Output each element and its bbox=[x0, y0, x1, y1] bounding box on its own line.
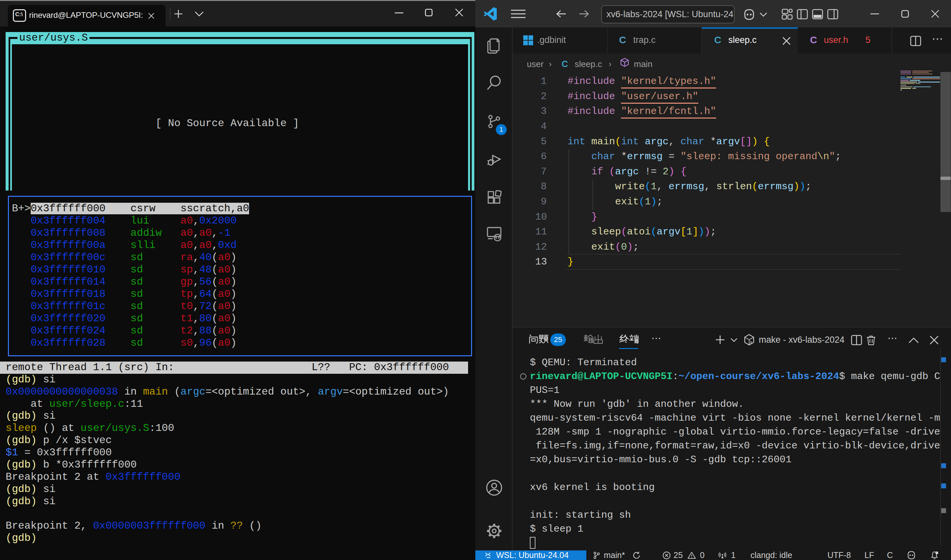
svg-text:$: $ bbox=[750, 341, 752, 345]
